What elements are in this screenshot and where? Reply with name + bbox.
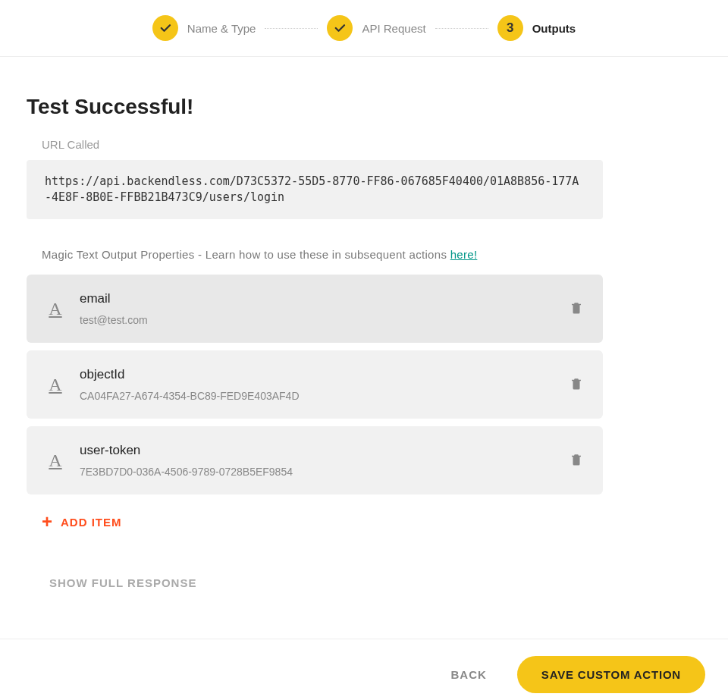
- property-value: 7E3BD7D0-036A-4506-9789-0728B5EF9854: [80, 466, 556, 478]
- property-body: objectId CA04FA27-A674-4354-BC89-FED9E40…: [80, 367, 556, 402]
- magic-text-link[interactable]: here!: [450, 248, 478, 261]
- text-type-icon: A: [45, 450, 66, 471]
- add-item-button[interactable]: + ADD ITEM: [42, 513, 122, 531]
- page-title: Test Successful!: [27, 95, 701, 119]
- check-icon: [158, 21, 172, 35]
- save-custom-action-button[interactable]: SAVE CUSTOM ACTION: [517, 656, 705, 693]
- content: Test Successful! URL Called https://api.…: [0, 57, 728, 612]
- delete-button[interactable]: [570, 300, 585, 317]
- trash-icon: [570, 376, 583, 391]
- property-card-objectid[interactable]: A objectId CA04FA27-A674-4354-BC89-FED9E…: [27, 350, 603, 419]
- check-icon: [333, 21, 347, 35]
- step-outputs[interactable]: 3 Outputs: [497, 15, 576, 41]
- step-icon-done: [327, 15, 353, 41]
- add-item-label: ADD ITEM: [61, 516, 122, 529]
- trash-icon: [570, 452, 583, 467]
- text-type-icon: A: [45, 375, 66, 395]
- property-card-user-token[interactable]: A user-token 7E3BD7D0-036A-4506-9789-072…: [27, 426, 603, 494]
- step-icon-done: [152, 15, 178, 41]
- plus-icon: +: [42, 513, 53, 531]
- magic-text-prefix: Magic Text Output Properties - Learn how…: [42, 248, 450, 261]
- footer: BACK SAVE CUSTOM ACTION: [0, 639, 728, 700]
- show-full-response-button[interactable]: SHOW FULL RESPONSE: [49, 576, 196, 589]
- step-connector: [265, 28, 318, 29]
- step-label: Outputs: [532, 22, 576, 35]
- url-called-label: URL Called: [42, 138, 701, 151]
- step-name-type[interactable]: Name & Type: [152, 15, 256, 41]
- property-body: email test@test.com: [80, 291, 556, 326]
- property-value: CA04FA27-A674-4354-BC89-FED9E403AF4D: [80, 390, 556, 402]
- property-name: user-token: [80, 443, 556, 458]
- step-number: 3: [497, 15, 523, 41]
- url-called-value: https://api.backendless.com/D73C5372-55D…: [27, 160, 603, 219]
- step-label: API Request: [362, 22, 425, 35]
- property-name: objectId: [80, 367, 556, 382]
- property-value: test@test.com: [80, 314, 556, 326]
- step-connector: [435, 28, 488, 29]
- property-card-email[interactable]: A email test@test.com: [27, 275, 603, 343]
- delete-button[interactable]: [570, 452, 585, 469]
- back-button[interactable]: BACK: [451, 668, 487, 681]
- stepper: Name & Type API Request 3 Outputs: [0, 0, 728, 57]
- property-name: email: [80, 291, 556, 306]
- property-body: user-token 7E3BD7D0-036A-4506-9789-0728B…: [80, 443, 556, 478]
- step-label: Name & Type: [187, 22, 256, 35]
- step-api-request[interactable]: API Request: [327, 15, 425, 41]
- text-type-icon: A: [45, 299, 66, 319]
- trash-icon: [570, 300, 583, 315]
- magic-text-hint: Magic Text Output Properties - Learn how…: [42, 248, 701, 261]
- delete-button[interactable]: [570, 376, 585, 393]
